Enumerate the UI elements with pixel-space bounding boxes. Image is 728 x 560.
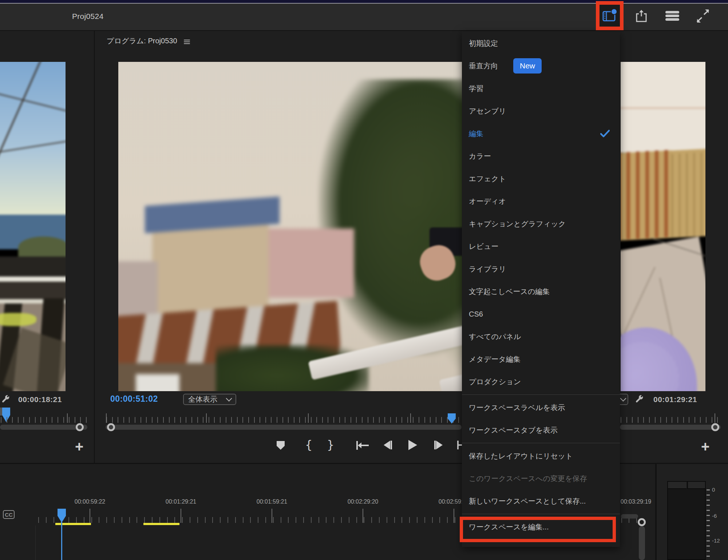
ruler-label: 00:01:59:21 xyxy=(257,499,288,505)
settings-wrench-icon-right[interactable] xyxy=(634,394,644,404)
step-forward-icon xyxy=(432,440,446,450)
export-share-icon xyxy=(635,9,648,23)
mark-in-button[interactable]: { xyxy=(305,438,312,452)
maximize-icon xyxy=(695,9,711,23)
ruler-gridline xyxy=(90,509,90,523)
play-icon xyxy=(406,439,419,451)
go-to-out-icon xyxy=(456,440,462,450)
play-button[interactable] xyxy=(406,439,419,453)
menu-item-review[interactable]: レビュー xyxy=(462,235,620,258)
timecode-right: 00:01:29:21 xyxy=(653,395,697,404)
menu-item-vertical[interactable]: 垂直方向 New xyxy=(462,55,620,77)
menu-item-assembly[interactable]: アセンブリ xyxy=(462,100,620,122)
chevron-down-icon xyxy=(620,395,626,401)
menu-item-libraries[interactable]: ライブラリ xyxy=(462,258,620,280)
zoom-level-select[interactable]: 全体表示 xyxy=(183,394,236,405)
red-annotation-box-icon xyxy=(596,1,624,30)
program-monitor-tab[interactable]: プログラム: Proj0530 xyxy=(107,36,177,46)
menu-separator xyxy=(462,514,620,514)
project-title: Proj0524 xyxy=(72,12,103,21)
add-button-left[interactable]: + xyxy=(75,441,83,452)
audio-meter xyxy=(667,481,706,560)
ruler-label: 00:00:59:22 xyxy=(75,499,106,505)
checkmark-icon xyxy=(600,130,610,138)
caption-segment-bar[interactable] xyxy=(55,523,91,525)
menu-item-default[interactable]: 初期設定 xyxy=(462,32,620,55)
timecode-program[interactable]: 00:00:51:02 xyxy=(110,394,158,404)
ruler-program[interactable] xyxy=(106,417,462,423)
ruler-major-tick xyxy=(308,413,309,423)
menu-item-text-based-editing[interactable]: 文字起こしベースの編集 xyxy=(462,280,620,303)
audio-meter-scale-label: 0 xyxy=(712,486,715,493)
menu-item-effects[interactable]: エフェクト xyxy=(462,167,620,190)
workspace-menu: 初期設定 垂直方向 New 学習 アセンブリ 編集 カラー エフェクト オーディ… xyxy=(462,31,620,547)
settings-wrench-icon-left[interactable] xyxy=(1,394,10,404)
menu-item-save-as-new-workspace[interactable]: 新しいワークスペースとして保存... xyxy=(462,490,620,512)
ruler-right[interactable] xyxy=(621,417,720,423)
red-annotation-box-edit-workspaces xyxy=(460,517,616,542)
timeline-hscrollbar-end[interactable] xyxy=(621,514,638,519)
go-to-in-icon xyxy=(355,440,370,450)
render-queue-icon xyxy=(665,10,680,22)
source-monitor-video-right xyxy=(621,62,705,391)
source-monitor-video-left xyxy=(0,62,66,391)
menu-item-cs6[interactable]: CS6 xyxy=(462,303,620,325)
mark-out-button[interactable]: } xyxy=(327,438,334,452)
menu-item-save-changes: このワークスペースへの変更を保存 xyxy=(462,467,620,490)
menu-item-metalogging[interactable]: メタデータ編集 xyxy=(462,348,620,370)
menu-item-show-workspace-tabs[interactable]: ワークスペースタブを表示 xyxy=(462,419,620,441)
scrollbar-handle-right[interactable] xyxy=(711,423,719,431)
render-queue-button[interactable] xyxy=(664,9,681,23)
ruler-label: 00:02:29:20 xyxy=(348,499,379,505)
menu-item-color[interactable]: カラー xyxy=(462,145,620,167)
ruler-major-tick xyxy=(67,413,68,423)
go-to-out-button[interactable] xyxy=(456,440,462,450)
ruler-major-tick xyxy=(206,413,207,423)
ruler-major-tick xyxy=(715,413,715,423)
go-to-in-button[interactable] xyxy=(355,440,370,452)
panel-menu-icon[interactable] xyxy=(184,39,190,45)
audio-meter-channel-right xyxy=(687,482,705,489)
export-button[interactable] xyxy=(633,8,649,24)
menu-item-all-panels[interactable]: すべてのパネル xyxy=(462,325,620,348)
ruler-gridline xyxy=(181,509,181,523)
timecode-left: 00:00:18:21 xyxy=(18,395,62,404)
step-forward-button[interactable] xyxy=(432,440,446,452)
menu-item-show-workspace-labels[interactable]: ワークスペースラベルを表示 xyxy=(462,396,620,419)
ruler-left[interactable] xyxy=(1,417,87,423)
add-button-right[interactable]: + xyxy=(701,441,709,452)
caption-segment-bar[interactable] xyxy=(143,523,179,525)
menu-item-production[interactable]: プロダクション xyxy=(462,370,620,393)
scrollbar-program[interactable] xyxy=(106,425,462,430)
zoom-select-value: 全体表示 xyxy=(188,394,217,404)
menu-item-captions-graphics[interactable]: キャプションとグラフィック xyxy=(462,213,620,235)
add-marker-button[interactable] xyxy=(277,439,288,452)
timeline-vscrollbar-handle[interactable] xyxy=(638,518,646,526)
step-back-button[interactable] xyxy=(381,440,394,452)
ruler-gridline xyxy=(454,509,454,523)
audio-meter-scale-label: -6 xyxy=(712,513,717,519)
scrollbar-handle-left[interactable] xyxy=(76,423,84,431)
chevron-down-icon xyxy=(226,395,232,401)
track-header-divider xyxy=(35,525,36,560)
scrollbar-left[interactable] xyxy=(0,425,87,430)
scrollbar-handle-program[interactable] xyxy=(107,423,115,431)
menu-item-editing[interactable]: 編集 xyxy=(462,122,620,145)
premiere-app-window: Proj0524 xyxy=(0,0,728,560)
closed-captions-badge[interactable]: CC xyxy=(3,510,15,519)
menu-separator xyxy=(462,394,620,395)
ruler-gridline xyxy=(272,509,272,523)
timeline-vscrollbar[interactable] xyxy=(639,526,645,560)
ruler-major-tick xyxy=(410,413,411,423)
step-back-icon xyxy=(381,440,394,450)
ruler-major-tick xyxy=(106,413,107,423)
menu-separator xyxy=(462,443,620,443)
menu-item-learning[interactable]: 学習 xyxy=(462,77,620,100)
scrollbar-right[interactable] xyxy=(620,425,721,430)
marker-icon xyxy=(277,441,285,450)
menu-item-reset-saved-layout[interactable]: 保存したレイアウトにリセット xyxy=(462,445,620,467)
new-badge: New xyxy=(513,58,542,74)
timeline-playhead-line[interactable] xyxy=(61,521,62,560)
menu-item-audio[interactable]: オーディオ xyxy=(462,190,620,213)
maximize-button[interactable] xyxy=(694,8,712,24)
